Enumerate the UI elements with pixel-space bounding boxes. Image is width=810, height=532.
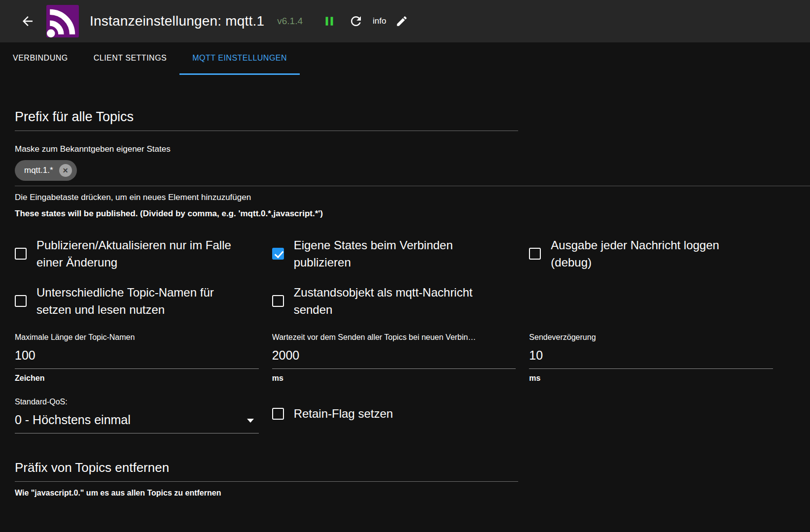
send-wait-time-input[interactable] bbox=[272, 348, 516, 369]
refresh-button[interactable] bbox=[345, 10, 367, 32]
max-topic-length-input[interactable] bbox=[15, 348, 259, 369]
tab-client-settings[interactable]: CLIENT SETTINGS bbox=[81, 42, 180, 75]
checkbox-box[interactable] bbox=[529, 248, 541, 260]
checkbox-label: Unterschiedliche Topic-Namen für setzen … bbox=[36, 284, 214, 318]
info-link[interactable]: info bbox=[373, 16, 386, 26]
checkbox-retain-flag[interactable]: Retain-Flag setzen bbox=[272, 405, 516, 422]
pause-button[interactable] bbox=[318, 10, 340, 32]
field-unit: ms bbox=[529, 374, 773, 383]
checkbox-log-every-message-debug[interactable]: Ausgabe jeder Nachricht loggen (debug) bbox=[529, 236, 773, 271]
field-max-topic-length: Maximale Länge der Topic-Namen Zeichen bbox=[15, 333, 259, 383]
checkbox-label: Ausgabe jeder Nachricht loggen (debug) bbox=[551, 236, 719, 271]
state-mask-chips: mqtt.1.* ✕ bbox=[15, 154, 773, 181]
section-divider bbox=[15, 131, 518, 131]
fields-grid: Maximale Länge der Topic-Namen Zeichen W… bbox=[15, 333, 773, 383]
checkbox-grid: Publizieren/Aktualisieren nur im Falle e… bbox=[15, 236, 773, 318]
checkbox-box[interactable] bbox=[272, 295, 284, 307]
field-unit: ms bbox=[272, 374, 516, 383]
qos-row: Standard-QoS: 0 - Höchstens einmal Retai… bbox=[15, 398, 773, 433]
hint-remove-prefix: Wie "javascript.0." um es aus allen Topi… bbox=[15, 489, 773, 498]
state-mask-label: Maske zum Bekanntgeben eigener States bbox=[15, 144, 773, 154]
section-divider bbox=[15, 481, 518, 482]
adapter-version: v6.1.4 bbox=[277, 16, 303, 27]
checkbox-box[interactable] bbox=[272, 248, 284, 260]
app-header: Instanzeinstellungen: mqtt.1 v6.1.4 info bbox=[0, 0, 810, 42]
checkbox-label: Zustandsobjekt als mqtt-Nachricht senden bbox=[294, 284, 473, 318]
section-title-remove-prefix: Präfix von Topics entfernen bbox=[15, 460, 773, 475]
checkbox-box[interactable] bbox=[15, 295, 27, 307]
standard-qos-select[interactable]: Standard-QoS: 0 - Höchstens einmal bbox=[15, 398, 259, 433]
settings-panel: Prefix für alle Topics Maske zum Bekannt… bbox=[0, 109, 810, 498]
checkbox-publish-on-change[interactable]: Publizieren/Aktualisieren nur im Falle e… bbox=[15, 236, 259, 271]
pause-icon bbox=[322, 14, 337, 29]
hint-states-published: These states will be published. (Divided… bbox=[15, 209, 773, 219]
chip-value: mqtt.1.* bbox=[24, 166, 53, 175]
checkbox-state-object-as-mqtt-message[interactable]: Zustandsobjekt als mqtt-Nachricht senden bbox=[272, 284, 516, 318]
checkbox-label: Eigene States beim Verbinden publizieren bbox=[294, 236, 453, 271]
qos-label: Standard-QoS: bbox=[15, 398, 259, 406]
state-mask-chip[interactable]: mqtt.1.* ✕ bbox=[15, 160, 77, 181]
field-label: Maximale Länge der Topic-Namen bbox=[15, 333, 259, 342]
qos-value-text: 0 - Höchstens einmal bbox=[15, 413, 131, 427]
close-circle-icon[interactable]: ✕ bbox=[59, 164, 72, 177]
checkbox-box[interactable] bbox=[15, 248, 27, 260]
mqtt-adapter-logo bbox=[46, 3, 79, 39]
tab-mqtt-einstellungen[interactable]: MQTT EINSTELLUNGEN bbox=[179, 42, 300, 75]
arrow-back-icon bbox=[20, 14, 35, 29]
tab-bar: VERBINDUNG CLIENT SETTINGS MQTT EINSTELL… bbox=[0, 42, 810, 75]
checkbox-different-topic-names[interactable]: Unterschiedliche Topic-Namen für setzen … bbox=[15, 284, 259, 318]
hint-add-element: Die Eingabetaste drücken, um ein neues E… bbox=[15, 193, 773, 202]
checkbox-publish-own-states-on-connect[interactable]: Eigene States beim Verbinden publizieren bbox=[272, 236, 516, 271]
chips-input-divider bbox=[15, 186, 810, 186]
pencil-icon bbox=[395, 15, 408, 28]
field-label: Sendeverzögerung bbox=[529, 333, 773, 342]
edit-button[interactable] bbox=[391, 10, 413, 32]
back-button[interactable] bbox=[17, 10, 38, 32]
checkbox-box[interactable] bbox=[272, 408, 284, 420]
tab-verbindung[interactable]: VERBINDUNG bbox=[0, 42, 81, 75]
field-label: Wartezeit vor dem Senden aller Topics be… bbox=[272, 333, 516, 342]
field-unit: Zeichen bbox=[15, 374, 259, 383]
caret-down-icon bbox=[247, 419, 254, 423]
page-title: Instanzeinstellungen: mqtt.1 bbox=[90, 13, 264, 29]
checkbox-label: Publizieren/Aktualisieren nur im Falle e… bbox=[36, 236, 231, 271]
refresh-icon bbox=[349, 14, 363, 29]
checkbox-label: Retain-Flag setzen bbox=[294, 405, 393, 422]
section-title-prefix: Prefix für alle Topics bbox=[15, 109, 773, 125]
field-send-wait-time: Wartezeit vor dem Senden aller Topics be… bbox=[272, 333, 516, 383]
field-send-delay: Sendeverzögerung ms bbox=[529, 333, 773, 383]
qos-selected-value[interactable]: 0 - Höchstens einmal bbox=[15, 413, 259, 433]
send-delay-input[interactable] bbox=[529, 348, 773, 369]
